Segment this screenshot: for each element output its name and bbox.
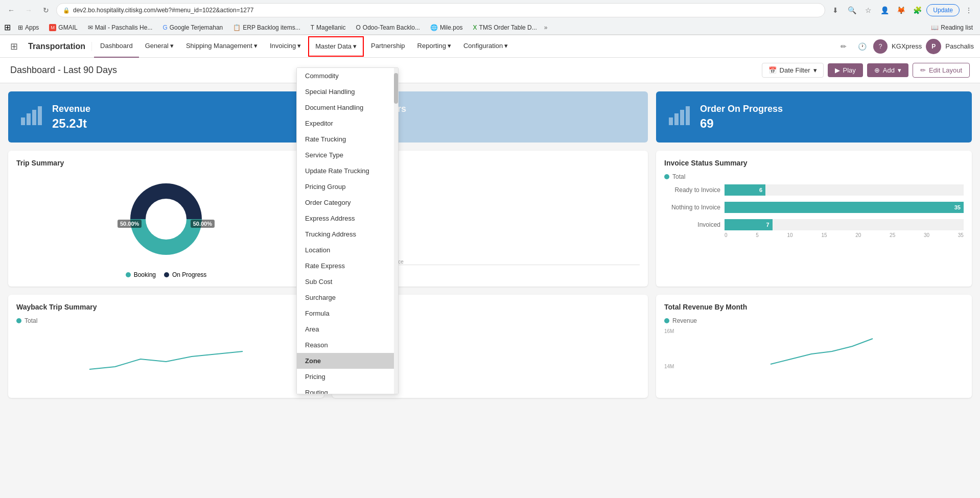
- menu-item-special-handling[interactable]: Special Handling: [297, 84, 398, 100]
- menu-item-expeditor[interactable]: Expeditor: [297, 115, 398, 131]
- menu-item-zone[interactable]: Zone: [297, 353, 398, 369]
- menu-item-sub-cost[interactable]: Sub Cost: [297, 274, 398, 290]
- menu-item-document-handling[interactable]: Document Handling: [297, 100, 398, 115]
- menu-item-formula[interactable]: Formula: [297, 305, 398, 321]
- menu-item-rate-express[interactable]: Rate Express: [297, 258, 398, 274]
- scrollbar-thumb[interactable]: [394, 73, 398, 104]
- menu-item-trucking-address[interactable]: Trucking Address: [297, 226, 398, 242]
- menu-item-pricing-group[interactable]: Pricing Group: [297, 179, 398, 195]
- menu-item-commodity[interactable]: Commodity: [297, 68, 398, 84]
- dropdown-overlay[interactable]: [0, 0, 980, 498]
- menu-item-rate-trucking[interactable]: Rate Trucking: [297, 131, 398, 147]
- menu-item-service-type[interactable]: Service Type: [297, 147, 398, 163]
- menu-item-reason[interactable]: Reason: [297, 337, 398, 353]
- menu-item-location[interactable]: Location: [297, 242, 398, 258]
- menu-item-area[interactable]: Area: [297, 321, 398, 337]
- master-data-dropdown: CommoditySpecial HandlingDocument Handli…: [296, 67, 399, 394]
- menu-item-order-category[interactable]: Order Category: [297, 195, 398, 210]
- menu-item-update-rate-trucking[interactable]: Update Rate Trucking: [297, 163, 398, 179]
- menu-item-routing[interactable]: Routing: [297, 385, 398, 394]
- scrollbar[interactable]: [394, 68, 398, 394]
- menu-item-express-address[interactable]: Express Address: [297, 210, 398, 226]
- menu-item-surcharge[interactable]: Surcharge: [297, 290, 398, 305]
- menu-item-pricing[interactable]: Pricing: [297, 369, 398, 385]
